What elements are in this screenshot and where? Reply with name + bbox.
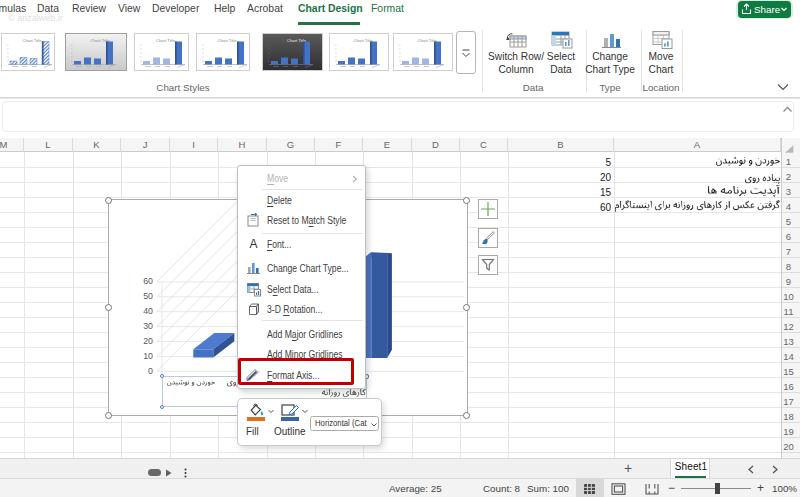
svg-text:Chart Title: Chart Title — [156, 38, 176, 43]
svg-text:Chart Title: Chart Title — [217, 38, 237, 43]
svg-text:Chart Title: Chart Title — [22, 38, 42, 43]
svg-text:Share: Share — [754, 4, 781, 15]
